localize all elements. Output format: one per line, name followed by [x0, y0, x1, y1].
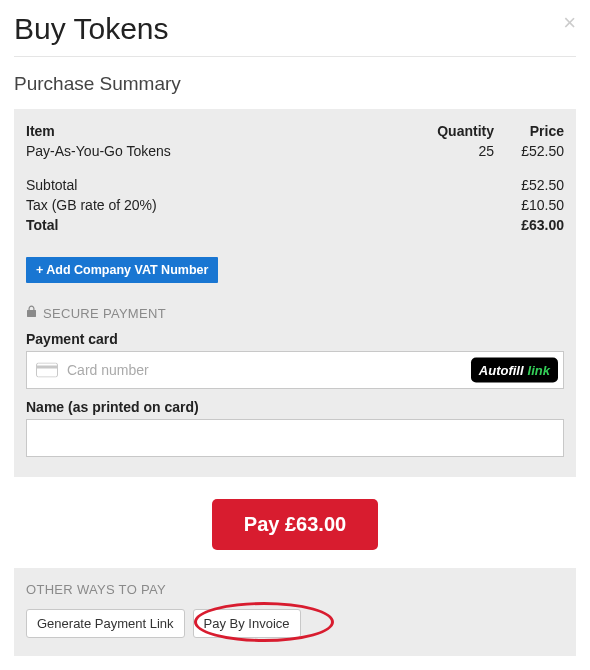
item-name: Pay-As-You-Go Tokens — [26, 141, 414, 161]
subtotal-label: Subtotal — [26, 175, 414, 195]
autofill-badge[interactable]: Autofill link — [471, 358, 558, 383]
svg-rect-0 — [37, 363, 58, 377]
tax-value: £10.50 — [494, 195, 564, 215]
col-price: Price — [494, 121, 564, 141]
lock-icon — [26, 305, 37, 321]
pay-by-invoice-button[interactable]: Pay By Invoice — [193, 609, 301, 638]
table-row: Total £63.00 — [26, 215, 564, 235]
autofill-link-text: link — [528, 363, 550, 378]
page-title: Buy Tokens — [14, 12, 169, 46]
generate-payment-link-button[interactable]: Generate Payment Link — [26, 609, 185, 638]
item-qty: 25 — [414, 141, 494, 161]
col-quantity: Quantity — [414, 121, 494, 141]
add-vat-button[interactable]: + Add Company VAT Number — [26, 257, 218, 283]
other-ways-title: OTHER WAYS TO PAY — [26, 582, 564, 597]
close-icon[interactable]: × — [563, 12, 576, 34]
other-ways-panel: OTHER WAYS TO PAY Generate Payment Link … — [14, 568, 576, 656]
card-icon — [36, 363, 58, 378]
tax-label: Tax (GB rate of 20%) — [26, 195, 414, 215]
total-value: £63.00 — [494, 215, 564, 235]
name-label: Name (as printed on card) — [26, 399, 564, 415]
col-item: Item — [26, 121, 414, 141]
table-row: Pay-As-You-Go Tokens 25 £52.50 — [26, 141, 564, 161]
summary-table: Item Quantity Price Pay-As-You-Go Tokens… — [26, 121, 564, 235]
table-row: Subtotal £52.50 — [26, 175, 564, 195]
subtotal-value: £52.50 — [494, 175, 564, 195]
autofill-text: Autofill — [479, 363, 524, 378]
total-label: Total — [26, 215, 414, 235]
secure-payment-label: SECURE PAYMENT — [43, 306, 166, 321]
card-label: Payment card — [26, 331, 564, 347]
svg-rect-1 — [37, 366, 58, 369]
pay-button[interactable]: Pay £63.00 — [212, 499, 378, 550]
table-row: Tax (GB rate of 20%) £10.50 — [26, 195, 564, 215]
item-price: £52.50 — [494, 141, 564, 161]
summary-heading: Purchase Summary — [14, 73, 576, 95]
cardholder-name-input[interactable] — [26, 419, 564, 457]
summary-panel: Item Quantity Price Pay-As-You-Go Tokens… — [14, 109, 576, 477]
